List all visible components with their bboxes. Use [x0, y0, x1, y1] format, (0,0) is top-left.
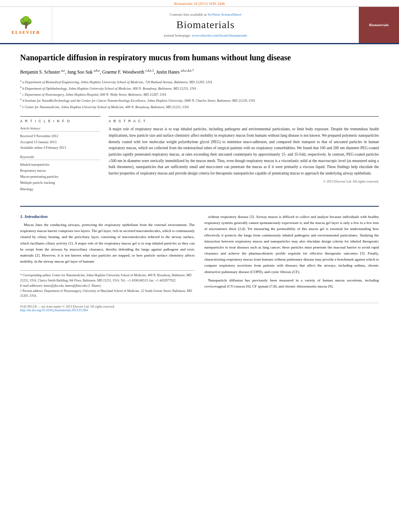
- keyword-4: Multiple particle tracking: [20, 180, 101, 186]
- email-footnote: E-mail addresses: hanes@jhu.edu, hanes@j…: [20, 283, 195, 289]
- sciverse-link[interactable]: SciVerse ScienceDirect: [208, 12, 241, 16]
- homepage-link[interactable]: www.elsevier.com/locate/biomaterials: [192, 33, 247, 37]
- abstract-label: A B S T R A C T: [109, 119, 379, 123]
- article-info-label: A R T I C L E I N F O: [20, 119, 101, 123]
- elsevier-logo: 🌳 ELSEVIER: [12, 16, 41, 35]
- keyword-1: Inhaled nanoparticles: [20, 162, 101, 168]
- received-date: Received 9 November 2012: [20, 133, 101, 139]
- footnotes: * Corresponding author. Center for Nanom…: [20, 270, 195, 299]
- keyword-5: Rheology: [20, 186, 101, 192]
- sciverse-prefix: Contents lists available at: [170, 12, 208, 16]
- body-left-column: 1. Introduction Mucus lines the conducti…: [20, 214, 195, 299]
- email-values: hanes@jhu.edu, hanes@jhmi.edu (J. Hanes)…: [44, 284, 102, 288]
- doi-line[interactable]: http://dx.doi.org/10.1016/j.biomaterials…: [20, 308, 379, 312]
- intro-para-right-2: Nanoparticle diffusion has previously be…: [204, 277, 379, 290]
- journal-homepage: journal homepage: www.elsevier.com/locat…: [164, 33, 247, 37]
- bottom-bar: 0142-9612/$ — see front matter © 2013 El…: [20, 303, 379, 312]
- present-address-footnote: 1 Present address: Department of Neurosu…: [20, 289, 195, 299]
- intro-right-text: without respiratory disease [3]. Airway …: [204, 214, 379, 290]
- affiliation-a: a a Department of Biomedical Engineering…: [20, 79, 379, 85]
- article-info-section: A R T I C L E I N F O Article history: R…: [20, 116, 101, 192]
- affiliations: a a Department of Biomedical Engineering…: [20, 79, 379, 110]
- biomaterials-logo-box: Biomaterials: [359, 7, 399, 43]
- abstract-section: A B S T R A C T A major role of respirat…: [109, 116, 379, 183]
- keyword-2: Respiratory mucus: [20, 168, 101, 174]
- main-content: Nanoparticle diffusion in respiratory mu…: [0, 44, 399, 320]
- keywords-section: Keywords: Inhaled nanoparticles Respirat…: [20, 155, 101, 192]
- body-right-column: without respiratory disease [3]. Airway …: [204, 214, 379, 299]
- issn-line: 0142-9612/$ — see front matter © 2013 El…: [20, 305, 379, 308]
- affiliation-e: e e Center for Nanomedicine, Johns Hopki…: [20, 104, 379, 110]
- available-date: Available online 4 February 2013: [20, 145, 101, 150]
- article-info-abstract-section: A R T I C L E I N F O Article history: R…: [20, 116, 379, 199]
- homepage-prefix: journal homepage:: [164, 33, 192, 37]
- abstract-text: A major role of respiratory mucus is to …: [109, 126, 379, 177]
- journal-header: 🌳 ELSEVIER Contents lists available at S…: [0, 7, 399, 44]
- intro-para-1: Mucus lines the conducting airways, prot…: [20, 222, 195, 265]
- doi-link[interactable]: http://dx.doi.org/10.1016/j.biomaterials…: [20, 308, 88, 312]
- intro-heading: 1. Introduction: [20, 214, 195, 219]
- affiliation-c: c c Department of Neurosurgery, Johns Ho…: [20, 91, 379, 97]
- citation-text: Biomaterials 34 (2013) 3439–3446: [174, 2, 225, 6]
- section-divider: [20, 206, 379, 207]
- keywords-label: Keywords:: [20, 155, 101, 160]
- article-title: Nanoparticle diffusion in respiratory mu…: [20, 52, 379, 63]
- abstract-column: A B S T R A C T A major role of respirat…: [109, 116, 379, 199]
- journal-center: Contents lists available at SciVerse Sci…: [52, 7, 359, 43]
- corresponding-footnote: * Corresponding author. Center for Nanom…: [20, 273, 195, 283]
- keyword-3: Mucus-penetrating particles: [20, 174, 101, 180]
- elsevier-name: ELSEVIER: [12, 30, 41, 35]
- journal-title: Biomaterials: [177, 19, 235, 31]
- affiliation-d: d d Institute for NanoBioTechnology and …: [20, 97, 379, 103]
- intro-para-right-1: without respiratory disease [3]. Airway …: [204, 214, 379, 275]
- elsevier-logo-box: 🌳 ELSEVIER: [0, 7, 52, 43]
- top-citation-bar: Biomaterials 34 (2013) 3439–3446: [0, 0, 399, 7]
- accepted-date: Accepted 13 January 2013: [20, 139, 101, 145]
- biomaterials-logo-label: Biomaterials: [368, 21, 391, 29]
- elsevier-tree-icon: 🌳: [12, 16, 41, 29]
- authors: Benjamin S. Schuster a,e, Jung Soo Suk a…: [20, 68, 379, 76]
- email-label: E-mail addresses:: [20, 284, 43, 288]
- abstract-copyright: © 2013 Elsevier Ltd. All rights reserved…: [109, 179, 379, 183]
- article-info-column: A R T I C L E I N F O Article history: R…: [20, 116, 101, 199]
- history-label: Article history:: [20, 126, 101, 131]
- sciverse-line: Contents lists available at SciVerse Sci…: [170, 12, 242, 16]
- intro-left-text: Mucus lines the conducting airways, prot…: [20, 222, 195, 265]
- affiliation-b: b b Department of Ophthalmology, Johns H…: [20, 85, 379, 91]
- body-section: 1. Introduction Mucus lines the conducti…: [20, 214, 379, 299]
